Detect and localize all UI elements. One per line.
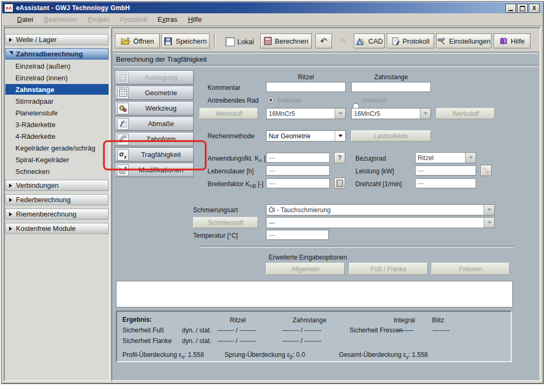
small-calculator-icon (336, 180, 343, 187)
title-bar[interactable]: eA eAssistant - GWJ Technology GmbH X (2, 2, 542, 13)
treibend-ritzel-label: treibend (278, 97, 301, 104)
fuss-ritzel-value: -------- / -------- (217, 327, 256, 334)
kommentar-label: Kommentar (207, 84, 240, 91)
maximize-button[interactable] (517, 4, 528, 13)
drehzahl-input[interactable]: --- (415, 178, 476, 188)
nav-werkzeug-button[interactable]: Werkzeug (115, 101, 194, 115)
allgemein-button[interactable]: Allgemein (266, 263, 345, 275)
anwendungsfaktor-input[interactable]: --- (266, 153, 330, 163)
close-button[interactable]: X (529, 4, 539, 13)
menu-protokoll[interactable]: Protokoll (115, 14, 153, 24)
sidebar-group-riemenberechnung[interactable]: Riemenberechnung (5, 208, 109, 220)
minimize-icon (509, 10, 513, 11)
results-col-integral: Integral (394, 316, 415, 324)
werkstoff-ritzel-combobox[interactable]: 16MnCr5 (266, 108, 346, 119)
sidebar-item-kegelraeder[interactable]: Kegelräder gerade/schräg (5, 143, 109, 153)
menu-projekt[interactable]: Projekt (82, 14, 114, 24)
breitenfaktor-calc-button[interactable] (334, 178, 345, 189)
lastkollektiv-button[interactable]: Lastkollektiv (351, 130, 431, 141)
schmierungsart-combobox[interactable]: Öl - Tauchschmierung (266, 204, 495, 215)
undo-button[interactable]: ↶ (315, 34, 332, 48)
leistung-label: Leistung [kW] (355, 168, 394, 175)
flanke-ritzel-value: -------- / -------- (217, 337, 256, 345)
sidebar-group-zahnradberechnung[interactable]: Zahnradberechnung (5, 48, 109, 60)
werkstoff-button-zahnstange[interactable]: Werkstoff (436, 108, 495, 119)
fressen-button[interactable]: Fressen (431, 263, 510, 275)
minimize-button[interactable] (505, 4, 516, 13)
section-title: Berechnung der Tragfähigkeit (116, 55, 207, 63)
schmierstoff-button[interactable]: Schmierstoff (193, 217, 258, 228)
breitenfaktor-input[interactable]: --- (266, 178, 330, 188)
sprung-ueberdeckung-value: Sprung-Überdeckung εβ: 0.0 (225, 351, 305, 360)
fressen-blitz-value: -------- (433, 327, 450, 334)
dropdown-arrow-icon[interactable] (335, 131, 345, 141)
protocol-button[interactable]: Protokoll (387, 34, 434, 48)
treibend-ritzel-radio[interactable] (268, 97, 274, 103)
drehzahl-label: Drehzahl [1/min] (355, 180, 402, 188)
sidebar-item-schnecken[interactable]: Schnecken (5, 166, 109, 177)
anwendungsfaktor-label: Anwendungsfkt. KA [-] (207, 155, 270, 163)
dropdown-arrow-icon[interactable] (420, 109, 430, 119)
sidebar-group-verbindungen[interactable]: Verbindungen (5, 180, 109, 191)
dropdown-arrow-icon[interactable] (484, 218, 494, 228)
anwendungsfaktor-help-button[interactable]: ? (334, 152, 345, 163)
schmierstoff-combobox[interactable]: --- (266, 217, 495, 228)
local-checkbox[interactable] (226, 37, 235, 46)
results-panel: Ergebnis: Ritzel Zahnstange Integral Bli… (116, 311, 512, 362)
redo-button[interactable]: ↷ (334, 34, 351, 48)
sidebar-item-planetenstufe[interactable]: Planetenstufe (5, 107, 109, 118)
sidebar-item-spiral-kegelraeder[interactable]: Spiral-Kegelräder (5, 154, 109, 165)
sidebar-item-einzelrad-aussen[interactable]: Einzelrad (außen) (5, 61, 109, 71)
kommentar-zahnstange-input[interactable] (351, 82, 431, 92)
bezugsrad-combobox[interactable]: Ritzel (415, 152, 476, 163)
bezugsrad-label: Bezugsrad (355, 155, 386, 162)
collapsed-arrow-icon (9, 184, 12, 188)
sidebar-item-zahnstange[interactable]: Zahnstange (5, 84, 109, 95)
sidebar-item-3-raederkette[interactable]: 3-Räderkette (5, 119, 109, 130)
menu-hilfe[interactable]: Hilfe (182, 14, 207, 24)
save-button[interactable]: Speichern (161, 34, 210, 48)
temperatur-input[interactable]: --- (266, 230, 329, 240)
torque-power-toggle-button[interactable]: T/P (480, 165, 492, 176)
results-col-blitz: Blitz (432, 316, 444, 324)
menu-extras[interactable]: Extras (152, 14, 182, 24)
redo-icon: ↷ (339, 36, 346, 46)
lebensdauer-input[interactable]: --- (266, 165, 330, 176)
fuss-flanke-button[interactable]: Fuß / Flanke (349, 263, 428, 275)
nav-geometrie-button[interactable]: Geometrie (115, 86, 194, 100)
tp-icon: T/P (483, 166, 489, 175)
schmierungsart-label: Schmierungsart (193, 206, 238, 214)
message-box (116, 281, 513, 307)
sidebar-group-federberechnung[interactable]: Federberechnung (5, 194, 109, 205)
lebensdauer-label: Lebensdauer [h] (207, 168, 254, 175)
nav-abmasse-button[interactable]: Abmaße (115, 116, 194, 131)
werkstoff-button-ritzel[interactable]: Werkstoff (200, 108, 258, 119)
open-button[interactable]: Öffnen (115, 34, 160, 48)
dropdown-arrow-icon[interactable] (484, 205, 494, 215)
dropdown-arrow-icon[interactable] (465, 153, 476, 163)
sidebar-item-einzelrad-innen[interactable]: Einzelrad (innen) (5, 72, 109, 83)
menu-datei[interactable]: Datei (12, 14, 38, 24)
treibend-zahnstange-label: treibend (363, 97, 386, 104)
sidebar-item-4-raederkette[interactable]: 4-Räderkette (5, 131, 109, 141)
results-col-zahnstange: Zahnstange (293, 316, 326, 324)
rechenmethode-combobox[interactable]: Nur Geometrie (266, 130, 346, 141)
temperatur-label: Temperatur [°C] (193, 232, 238, 239)
sidebar-group-welle-lager[interactable]: Welle / Lager (5, 34, 109, 45)
help-button[interactable]: ? Hilfe (494, 34, 530, 48)
calculate-button[interactable]: Berechnen (260, 34, 312, 48)
flanke-zahnstange-value: -------- / -------- (282, 337, 321, 345)
leistung-input[interactable]: --- (415, 165, 476, 176)
sidebar-item-stirnradpaar[interactable]: Stirnradpaar (5, 96, 109, 106)
collapsed-arrow-icon (9, 38, 12, 42)
nav-auslegung-button[interactable]: Auslegung (115, 70, 194, 85)
menu-bearbeiten[interactable]: Bearbeiten (38, 14, 82, 24)
settings-button[interactable]: Einstellungen (436, 34, 492, 48)
werkstoff-zahnstange-combobox[interactable]: 16MnCr5 (351, 108, 431, 119)
dropdown-arrow-icon[interactable] (335, 109, 345, 119)
kommentar-ritzel-input[interactable] (266, 82, 346, 92)
collapsed-arrow-icon (9, 212, 12, 216)
extended-divider (200, 246, 513, 248)
sidebar-group-kostenfreie-module[interactable]: Kostenfreie Module (5, 223, 109, 234)
cad-button[interactable]: CAD (354, 34, 385, 48)
